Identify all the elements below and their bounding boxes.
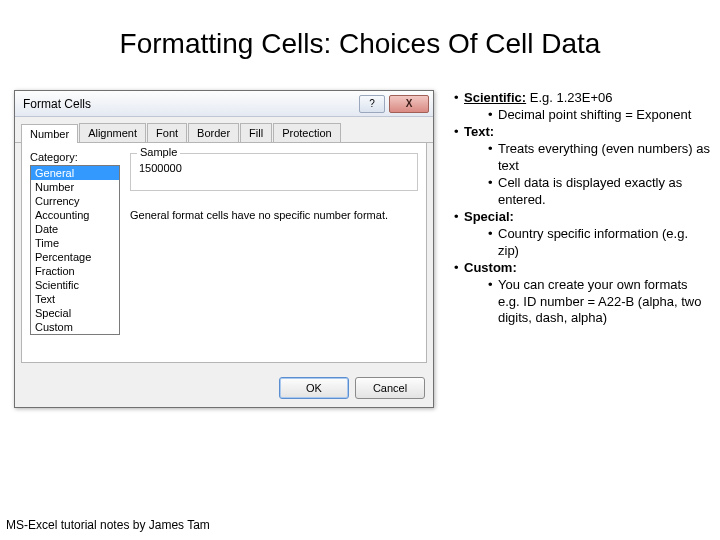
sample-legend: Sample — [137, 146, 180, 158]
slide-title: Formatting Cells: Choices Of Cell Data — [0, 0, 720, 60]
tab-border[interactable]: Border — [188, 123, 239, 142]
note-scientific-sub: Decimal point shifting = Exponent — [488, 107, 712, 124]
note-text-sub2: Cell data is displayed exactly as entere… — [488, 175, 712, 208]
category-label: Category: — [30, 151, 120, 163]
list-item[interactable]: Scientific — [31, 278, 119, 292]
dialog-titlebar: Format Cells ? X — [15, 91, 433, 117]
dialog-column: Format Cells ? X Number Alignment Font B… — [14, 90, 444, 408]
dialog-body: Category: General Number Currency Accoun… — [21, 143, 427, 363]
note-custom-sub: You can create your own formats e.g. ID … — [488, 277, 712, 327]
list-item[interactable]: Text — [31, 292, 119, 306]
list-item[interactable]: Accounting — [31, 208, 119, 222]
format-description: General format cells have no specific nu… — [130, 209, 418, 221]
list-item[interactable]: Custom — [31, 320, 119, 334]
note-text-sub1: Treats everything (even numbers) as text — [488, 141, 712, 174]
note-special-sub: Country specific information (e.g. zip) — [488, 226, 712, 259]
sample-box: Sample 1500000 — [130, 153, 418, 191]
dialog-footer: OK Cancel — [15, 369, 433, 407]
list-item[interactable]: Currency — [31, 194, 119, 208]
category-column: Category: General Number Currency Accoun… — [30, 151, 120, 354]
note-custom: Custom: You can create your own formats … — [454, 260, 712, 327]
tab-number[interactable]: Number — [21, 124, 78, 143]
notes-list: Scientific: E.g. 1.23E+06 Decimal point … — [454, 90, 712, 327]
dialog-title: Format Cells — [23, 97, 355, 111]
dialog-tabs: Number Alignment Font Border Fill Protec… — [15, 117, 433, 143]
tab-font[interactable]: Font — [147, 123, 187, 142]
note-special: Special: Country specific information (e… — [454, 209, 712, 259]
list-item[interactable]: General — [31, 166, 119, 180]
sample-value: 1500000 — [139, 160, 409, 174]
list-item[interactable]: Percentage — [31, 250, 119, 264]
format-cells-dialog: Format Cells ? X Number Alignment Font B… — [14, 90, 434, 408]
cancel-button[interactable]: Cancel — [355, 377, 425, 399]
tab-fill[interactable]: Fill — [240, 123, 272, 142]
sample-column: Sample 1500000 General format cells have… — [130, 151, 418, 354]
tab-protection[interactable]: Protection — [273, 123, 341, 142]
note-text: Text: Treats everything (even numbers) a… — [454, 124, 712, 208]
tab-alignment[interactable]: Alignment — [79, 123, 146, 142]
list-item[interactable]: Number — [31, 180, 119, 194]
list-item[interactable]: Time — [31, 236, 119, 250]
category-listbox[interactable]: General Number Currency Accounting Date … — [30, 165, 120, 335]
notes-column: Scientific: E.g. 1.23E+06 Decimal point … — [454, 90, 712, 408]
list-item[interactable]: Special — [31, 306, 119, 320]
list-item[interactable]: Fraction — [31, 264, 119, 278]
footnote: MS-Excel tutorial notes by James Tam — [6, 518, 210, 532]
content-row: Format Cells ? X Number Alignment Font B… — [0, 90, 720, 408]
note-scientific: Scientific: E.g. 1.23E+06 Decimal point … — [454, 90, 712, 123]
list-item[interactable]: Date — [31, 222, 119, 236]
ok-button[interactable]: OK — [279, 377, 349, 399]
close-button[interactable]: X — [389, 95, 429, 113]
help-button[interactable]: ? — [359, 95, 385, 113]
